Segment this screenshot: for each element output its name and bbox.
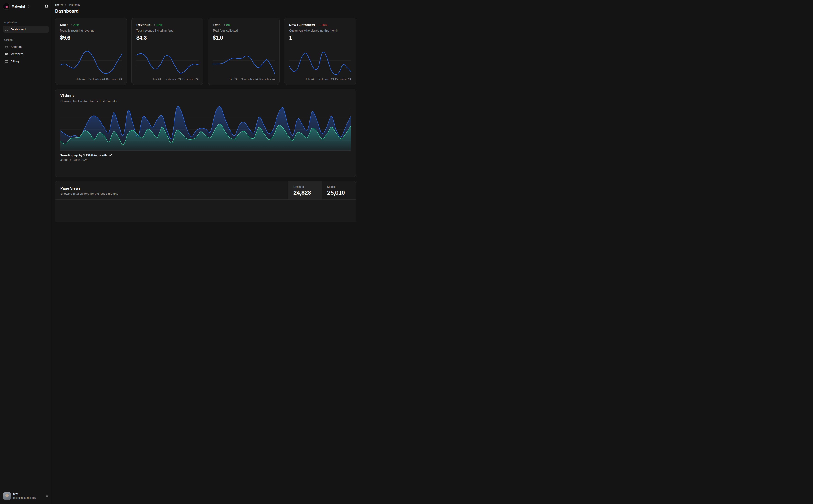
workspace-selector[interactable]: m Makerkit xyxy=(3,3,49,10)
sidebar-nav: Application Dashboard Settings Settings … xyxy=(3,21,49,65)
x-axis-labels: July 24September 24December 24 xyxy=(213,78,275,81)
trend-arrow-icon: ↓ xyxy=(318,23,320,27)
sidebar-item-settings[interactable]: Settings xyxy=(3,43,49,50)
sidebar-item-label: Settings xyxy=(11,45,22,48)
stat-card-fees: Fees ↑9% Total fees collected $1.0 July … xyxy=(208,18,280,85)
revenue-sparkline-chart xyxy=(136,49,198,76)
stat-description: Total revenue including fees xyxy=(136,29,198,32)
trend-badge: ↑20% xyxy=(71,23,79,27)
stat-description: Customers who signed up this month xyxy=(289,29,351,32)
stat-cards-row: MRR ↑20% Monthly recurring revenue $9.6 … xyxy=(55,18,356,85)
mobile-label: Mobile xyxy=(327,185,351,188)
sidebar: m Makerkit Application Dashboard Setting… xyxy=(0,0,51,222)
x-axis-labels: July 24September 24December 24 xyxy=(136,78,198,81)
stat-description: Total fees collected xyxy=(213,29,275,32)
page-title: Dashboard xyxy=(55,8,356,14)
trend-badge: ↑9% xyxy=(224,23,230,27)
mobile-toggle[interactable]: Mobile 25,010 xyxy=(322,181,356,199)
billing-icon xyxy=(5,60,8,63)
chevron-right-icon xyxy=(64,4,67,6)
page-views-title: Page Views xyxy=(60,186,283,191)
stat-value: $4.3 xyxy=(136,34,198,41)
stat-card-revenue: Revenue ↑12% Total revenue including fee… xyxy=(131,18,203,85)
trend-badge: ↑12% xyxy=(154,23,162,27)
stat-card-new-customers: New Customers ↓-25% Customers who signed… xyxy=(284,18,356,85)
trend-badge: ↓-25% xyxy=(318,23,327,27)
mobile-value: 25,010 xyxy=(327,189,351,196)
stat-card-mrr: MRR ↑20% Monthly recurring revenue $9.6 … xyxy=(55,18,127,85)
sidebar-item-dashboard[interactable]: Dashboard xyxy=(3,26,49,33)
breadcrumb-home-link[interactable]: Home xyxy=(55,3,63,6)
trend-arrow-icon: ↑ xyxy=(71,23,72,27)
nav-section-label: Settings xyxy=(3,38,49,41)
page-views-bar-chart xyxy=(60,200,351,222)
stat-value: 1 xyxy=(289,34,351,41)
fees-sparkline-chart xyxy=(213,49,275,76)
stat-title: New Customers xyxy=(289,23,315,27)
visitors-title: Visitors xyxy=(60,94,351,98)
desktop-toggle[interactable]: Desktop 24,828 xyxy=(288,181,322,199)
page-views-card: Page Views Showing total visitors for th… xyxy=(55,181,356,222)
settings-icon xyxy=(5,45,8,48)
sidebar-item-label: Members xyxy=(11,52,23,56)
sidebar-item-members[interactable]: Members xyxy=(3,50,49,57)
visitors-card: Visitors Showing total visitors for the … xyxy=(55,89,356,177)
desktop-value: 24,828 xyxy=(294,189,317,196)
makerkit-logo: m xyxy=(3,3,10,10)
new-customers-sparkline-chart xyxy=(289,49,351,76)
workspace-name: Makerkit xyxy=(12,5,25,8)
x-axis-labels: July 24September 24December 24 xyxy=(289,78,351,81)
stat-title: MRR xyxy=(60,23,68,27)
sidebar-item-label: Dashboard xyxy=(11,28,26,31)
x-axis-labels: July 24September 24December 24 xyxy=(60,78,122,81)
stat-value: $1.0 xyxy=(213,34,275,41)
chevrons-up-down-icon xyxy=(27,5,30,8)
bell-icon[interactable] xyxy=(44,4,48,8)
visitors-date-range: January - June 2024 xyxy=(60,158,351,162)
sidebar-item-billing[interactable]: Billing xyxy=(3,58,49,65)
breadcrumb: Home Makerkit xyxy=(55,3,356,6)
sidebar-item-label: Billing xyxy=(11,60,19,63)
visitors-trend-text: Trending up by 5.2% this month xyxy=(60,154,107,157)
main-content: Home Makerkit Dashboard MRR ↑20% Monthly… xyxy=(51,0,359,222)
dashboard-icon xyxy=(5,28,8,31)
members-icon xyxy=(5,52,8,56)
page-views-subtitle: Showing total visitors for the last 3 mo… xyxy=(60,192,283,195)
trend-arrow-icon: ↑ xyxy=(154,23,155,27)
stat-title: Fees xyxy=(213,23,221,27)
breadcrumb-current[interactable]: Makerkit xyxy=(69,3,80,6)
desktop-label: Desktop xyxy=(294,185,317,188)
visitors-subtitle: Showing total visitors for the last 6 mo… xyxy=(60,99,351,103)
mrr-sparkline-chart xyxy=(60,49,122,76)
stat-title: Revenue xyxy=(136,23,151,27)
trending-up-icon xyxy=(109,154,112,157)
visitors-area-chart xyxy=(60,106,351,151)
nav-section-label: Application xyxy=(3,21,49,24)
stat-value: $9.6 xyxy=(60,34,122,41)
stat-description: Monthly recurring revenue xyxy=(60,29,122,32)
trend-arrow-icon: ↑ xyxy=(224,23,225,27)
